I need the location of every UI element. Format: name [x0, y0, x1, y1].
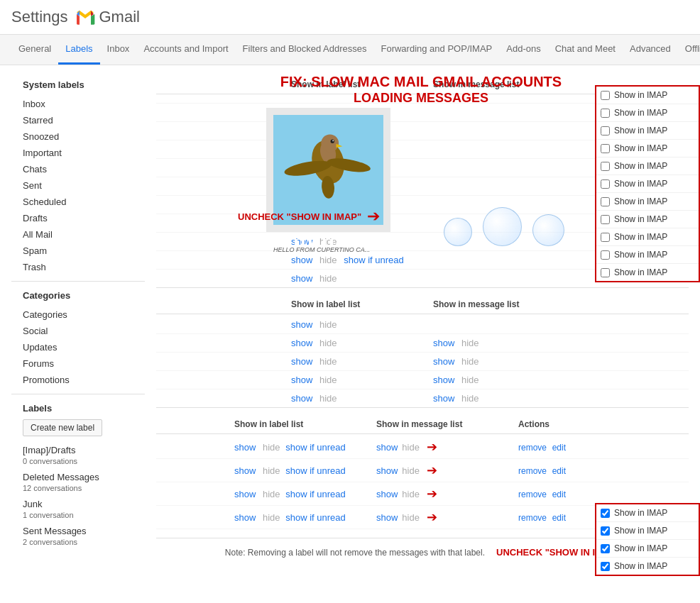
imap-label-11: Show in IMAP [614, 267, 667, 277]
imapdrafts-show[interactable]: show [234, 442, 256, 453]
tab-addons[interactable]: Add-ons [499, 35, 547, 65]
social-show[interactable]: show [291, 338, 312, 348]
imapdrafts-msg-show[interactable]: show [376, 442, 398, 453]
deleted-edit[interactable]: edit [552, 466, 566, 476]
imapdrafts-remove[interactable]: remove [518, 443, 547, 453]
junk-msg-show[interactable]: show [376, 489, 398, 499]
deleted-msg-show[interactable]: show [376, 465, 398, 476]
junk-edit[interactable]: edit [552, 489, 566, 499]
imap-checkbox-10[interactable] [601, 250, 610, 260]
imap-checkbox-5[interactable] [601, 162, 610, 171]
imap-checkbox-2[interactable] [601, 109, 610, 118]
sentmsg-msg-show[interactable]: show [376, 512, 398, 523]
deleted-msg-hide[interactable]: hide [402, 465, 420, 476]
imap-bottom-checkbox-1[interactable] [601, 509, 610, 518]
trash-show[interactable]: show [291, 273, 312, 284]
imap-row-11: Show in IMAP [596, 264, 699, 281]
tab-labels[interactable]: Labels [58, 35, 99, 65]
important-hide[interactable]: hide [319, 144, 337, 155]
spam-show[interactable]: show [291, 255, 312, 265]
trash-hide[interactable]: hide [319, 273, 337, 284]
updates-hide[interactable]: hide [319, 356, 337, 367]
sent-show[interactable]: show [291, 181, 312, 192]
spam-show-if-unread[interactable]: show if unread [344, 255, 404, 265]
spam-hide[interactable]: hide [319, 255, 337, 265]
sentmsg-edit[interactable]: edit [552, 513, 566, 523]
chats-show[interactable]: show [291, 162, 312, 173]
updates-msg-show[interactable]: show [433, 356, 454, 367]
sentmsg-msg-hide[interactable]: hide [402, 512, 420, 523]
forums-show[interactable]: show [291, 375, 312, 385]
forums-hide[interactable]: hide [319, 375, 337, 385]
scheduled-hide[interactable]: hide [319, 199, 337, 210]
allmail-hide[interactable]: hide [319, 236, 337, 247]
snoozed-show[interactable]: show [291, 126, 312, 136]
cat-hide[interactable]: hide [319, 319, 337, 330]
promos-hide[interactable]: hide [319, 393, 337, 404]
social-msg-show[interactable]: show [433, 338, 454, 348]
sentmsg-show-if-unread[interactable]: show if unread [285, 512, 346, 523]
imapdrafts-show-if-unread[interactable]: show if unread [285, 442, 346, 453]
drafts-hide[interactable]: hide [319, 218, 337, 228]
imap-label-4: Show in IMAP [614, 143, 667, 153]
tab-general[interactable]: General [11, 35, 58, 65]
tab-offline[interactable]: Offline [678, 35, 700, 65]
junk-msg-hide[interactable]: hide [402, 489, 420, 499]
sidebar-spam: Spam [11, 243, 145, 259]
chats-hide[interactable]: hide [319, 162, 337, 173]
imapdrafts-msg-hide[interactable]: hide [402, 442, 420, 453]
imap-checkbox-1[interactable] [601, 91, 610, 100]
imapdrafts-hide[interactable]: hide [263, 442, 280, 453]
deleted-show-if-unread[interactable]: show if unread [285, 465, 346, 476]
cat-show[interactable]: show [291, 319, 312, 330]
social-msg-hide[interactable]: hide [461, 338, 479, 348]
imap-checkbox-8[interactable] [601, 215, 610, 224]
social-hide[interactable]: hide [319, 338, 337, 348]
tab-inbox[interactable]: Inbox [100, 35, 137, 65]
scheduled-show[interactable]: show [291, 199, 312, 210]
cat-col2-header: Show in message list [433, 299, 575, 309]
forums-msg-hide[interactable]: hide [461, 375, 479, 385]
sidebar-inbox: Inbox [11, 96, 145, 112]
sentmsg-show[interactable]: show [234, 512, 256, 523]
sentmsg-remove[interactable]: remove [518, 513, 547, 523]
imap-checkbox-4[interactable] [601, 144, 610, 153]
junk-show-if-unread[interactable]: show if unread [285, 489, 346, 499]
updates-msg-hide[interactable]: hide [461, 356, 479, 367]
deleted-show[interactable]: show [234, 465, 256, 476]
imap-bottom-checkbox-4[interactable] [601, 562, 610, 571]
promos-show[interactable]: show [291, 393, 312, 404]
allmail-show[interactable]: show [291, 236, 312, 247]
tab-accounts[interactable]: Accounts and Import [136, 35, 235, 65]
imap-bottom-checkbox-2[interactable] [601, 526, 610, 536]
starred-show[interactable]: show [291, 107, 312, 118]
imap-checkbox-9[interactable] [601, 233, 610, 242]
imap-row-5: Show in IMAP [596, 157, 699, 175]
tab-advanced[interactable]: Advanced [623, 35, 678, 65]
drafts-show[interactable]: show [291, 218, 312, 228]
imap-checkbox-3[interactable] [601, 126, 610, 135]
sentmsg-hide[interactable]: hide [263, 512, 280, 523]
imap-checkbox-6[interactable] [601, 179, 610, 189]
important-show[interactable]: show [291, 144, 312, 155]
promos-msg-hide[interactable]: hide [461, 393, 479, 404]
junk-hide[interactable]: hide [263, 489, 280, 499]
updates-show[interactable]: show [291, 356, 312, 367]
imap-bottom-checkbox-3[interactable] [601, 544, 610, 553]
imap-checkbox-7[interactable] [601, 197, 610, 206]
tab-filters[interactable]: Filters and Blocked Addresses [236, 35, 374, 65]
deleted-hide[interactable]: hide [263, 465, 280, 476]
tab-chat[interactable]: Chat and Meet [548, 35, 623, 65]
deleted-remove[interactable]: remove [518, 466, 547, 476]
imapdrafts-edit[interactable]: edit [552, 443, 566, 453]
sent-hide[interactable]: hide [319, 181, 337, 192]
forums-msg-show[interactable]: show [433, 375, 454, 385]
snoozed-hide[interactable]: hide [319, 126, 337, 136]
create-label-button[interactable]: Create new label [23, 419, 102, 436]
junk-show[interactable]: show [234, 489, 256, 499]
imap-row-4: Show in IMAP [596, 140, 699, 157]
junk-remove[interactable]: remove [518, 489, 547, 499]
imap-checkbox-11[interactable] [601, 268, 610, 277]
promos-msg-show[interactable]: show [433, 393, 454, 404]
tab-forwarding[interactable]: Forwarding and POP/IMAP [373, 35, 499, 65]
